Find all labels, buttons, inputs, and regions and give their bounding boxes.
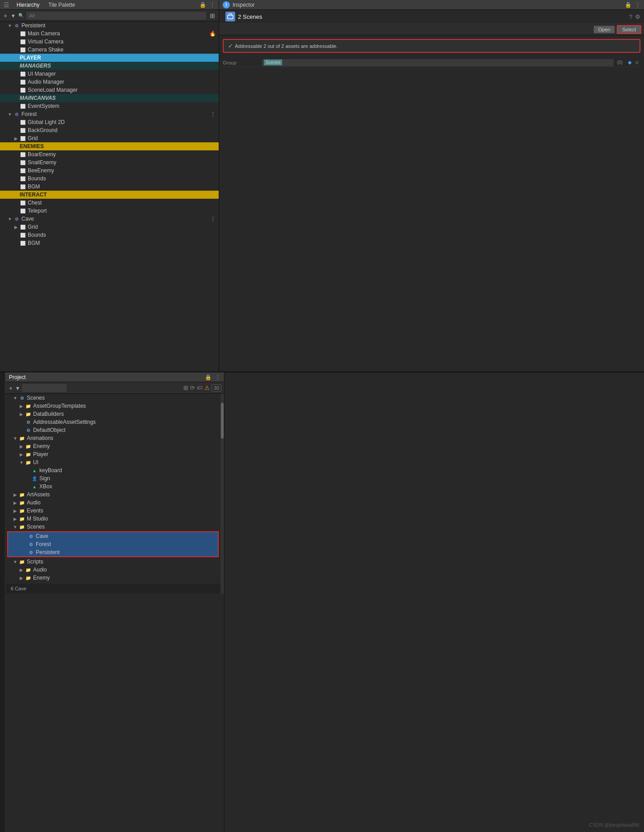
- project-item-scenes-top[interactable]: ▼ ⚙ Scenes: [5, 394, 220, 402]
- hierarchy-panel: ☰ Hierarchy Tile Palette 🔒 ⋮ + ▾ 🔍 ⊞ ▼ ⚙…: [0, 0, 219, 371]
- scroll-thumb[interactable]: [221, 403, 224, 439]
- project-search-input[interactable]: [22, 384, 67, 392]
- tree-item-camera-shake[interactable]: ⬜ Camera Shake: [0, 46, 219, 54]
- project-scrollbar[interactable]: [220, 394, 224, 593]
- tree-item-global-light[interactable]: ⬜ Global Light 2D: [0, 118, 219, 126]
- hierarchy-search-input[interactable]: [26, 12, 206, 20]
- project-item-data-builders[interactable]: ▶ 📁 DataBuilders: [5, 410, 220, 418]
- tree-item-persistent-scene[interactable]: ▼ ⚙ Persistent: [0, 21, 219, 30]
- project-tab-label[interactable]: Project: [9, 374, 25, 380]
- label-bgm-cave: BGM: [28, 240, 40, 246]
- project-item-scripts[interactable]: ▼ 📁 Scripts: [5, 558, 220, 566]
- tree-item-virtual-camera[interactable]: ⬜ Virtual Camera: [0, 38, 219, 46]
- inspector-title: 2 Scenes: [238, 13, 627, 20]
- options-icon[interactable]: ⊞: [209, 12, 216, 19]
- tree-item-bee-enemy[interactable]: ⬜ BeeEnemy: [0, 166, 219, 175]
- project-item-keyboard[interactable]: ▲ keyBoard: [5, 466, 220, 474]
- tree-item-bgm-cave[interactable]: ⬜ BGM: [0, 239, 219, 247]
- inspector-lock-icon[interactable]: 🔒: [625, 2, 631, 8]
- add-button[interactable]: +: [3, 12, 8, 19]
- project-item-addressable-settings[interactable]: ⚙ AddressableAssetSettings: [5, 418, 220, 426]
- project-item-audio[interactable]: ▶ 📁 Audio: [5, 499, 220, 507]
- project-item-xbox[interactable]: ▲ XBox: [5, 482, 220, 491]
- cave-more-icon[interactable]: ⋮: [210, 215, 216, 222]
- tree-item-bounds-forest[interactable]: ⬜ Bounds: [0, 175, 219, 183]
- project-item-art-assets[interactable]: ▶ 📁 ArtAssets: [5, 491, 220, 499]
- label-scenes-top: Scenes: [27, 395, 45, 401]
- watermark: CSDN @jiangdaxia886: [589, 822, 640, 828]
- dropdown-arrow[interactable]: ▾: [11, 12, 16, 19]
- label-persistent: Persistent: [21, 22, 45, 29]
- tree-item-boar-enemy[interactable]: ⬜ BoarEnemy: [0, 150, 219, 158]
- project-item-sign[interactable]: 👤 Sign: [5, 474, 220, 482]
- tree-item-cave-scene[interactable]: ▼ ⚙ Cave ⋮: [0, 215, 219, 223]
- arrow-persistent: ▼: [7, 23, 13, 28]
- arrow-forest: ▼: [7, 112, 13, 117]
- tree-item-teleport[interactable]: ⬜ Teleport: [0, 207, 219, 215]
- tree-item-background[interactable]: ⬜ BackGround: [0, 126, 219, 134]
- arrow-grid-forest: ▶: [13, 136, 19, 141]
- tree-item-snail-enemy[interactable]: ⬜ SnailEnemy: [0, 158, 219, 166]
- tree-item-grid-cave[interactable]: ▶ ⬜ Grid: [0, 223, 219, 231]
- diamond-icon: ◆: [628, 60, 631, 65]
- forest-more-icon[interactable]: ⋮: [210, 111, 216, 118]
- tree-item-eventsystem[interactable]: ⬜ EventSystem: [0, 102, 219, 110]
- project-lock-icon[interactable]: 🔒: [205, 374, 212, 380]
- scenes-tag: Scenes: [264, 60, 282, 65]
- warning-icon[interactable]: ⚠: [204, 384, 210, 391]
- help-icon[interactable]: ?: [629, 13, 632, 20]
- tab-tile-palette[interactable]: Tile Palette: [47, 2, 77, 8]
- project-item-player-anim[interactable]: ▶ 📁 Player: [5, 450, 220, 458]
- label-managers-section: MANAGERS: [20, 63, 51, 69]
- tree-item-bgm-forest[interactable]: ⬜ BGM: [0, 183, 219, 191]
- lock-icon[interactable]: 🔒: [199, 2, 206, 8]
- inspector-more-icon[interactable]: ⋮: [635, 2, 640, 8]
- project-item-enemy-anim[interactable]: ▶ 📁 Enemy: [5, 442, 220, 450]
- label-eventsystem: EventSystem: [28, 103, 59, 109]
- tree-item-grid-forest[interactable]: ▶ ⬜ Grid: [0, 134, 219, 142]
- project-item-enemy-scripts[interactable]: ▶ 📁 Enemy: [5, 574, 220, 582]
- tree-item-main-camera[interactable]: ⬜ Main Camera 🔥: [0, 30, 219, 38]
- project-item-events[interactable]: ▶ 📁 Events: [5, 507, 220, 515]
- tree-item-ui-manager[interactable]: ⬜ UI Manager: [0, 70, 219, 78]
- project-item-forest-proj[interactable]: ⚙ Forest: [8, 540, 218, 548]
- open-button[interactable]: Open: [593, 26, 615, 34]
- project-item-default-object[interactable]: ⚙ DefaultObject: [5, 426, 220, 434]
- label-animations: Animations: [27, 435, 53, 441]
- tree-item-bounds-cave[interactable]: ⬜ Bounds: [0, 231, 219, 239]
- arrow-cave: ▼: [7, 217, 13, 222]
- label-camera-shake: Camera Shake: [28, 47, 64, 53]
- label-asset-group-templates: AssetGroupTemplates: [33, 403, 86, 409]
- label-background: BackGround: [28, 127, 58, 133]
- project-item-animations[interactable]: ▼ 📁 Animations: [5, 434, 220, 442]
- tab-hierarchy[interactable]: Hierarchy: [15, 2, 41, 8]
- tree-item-forest-scene[interactable]: ▼ ⚙ Forest ⋮: [0, 110, 219, 118]
- tree-item-sceneload-manager[interactable]: ⬜ SceneLoad Manager: [0, 86, 219, 94]
- project-item-scenes-folder[interactable]: ▼ 📁 Scenes: [5, 523, 220, 531]
- project-item-ui-anim[interactable]: ▼ 📁 UI: [5, 458, 220, 466]
- tree-item-audio-manager[interactable]: ⬜ Audio Manager: [0, 78, 219, 86]
- project-add-button[interactable]: +: [8, 384, 13, 392]
- menu-icon[interactable]: ☰: [4, 1, 9, 9]
- project-item-cave[interactable]: ⚙ Cave: [8, 532, 218, 540]
- inspector-toolbar: Open Select: [219, 24, 644, 35]
- refresh-icon[interactable]: ⟳: [190, 384, 195, 391]
- more-options-icon[interactable]: ⋮: [210, 2, 215, 8]
- project-dropdown[interactable]: ▾: [15, 384, 20, 392]
- project-item-audio-scripts[interactable]: ▶ 📁 Audio: [5, 566, 220, 574]
- project-more-icon[interactable]: ⋮: [215, 374, 220, 380]
- arrow-scenes-top: ▼: [13, 396, 18, 401]
- settings-icon[interactable]: ⚙: [635, 13, 640, 20]
- grid-icon[interactable]: ⊞: [183, 384, 188, 391]
- project-content: ▼ ⚙ Scenes ▶ 📁 AssetGroupTemplates ▶ 📁 D…: [5, 394, 220, 593]
- project-item-asset-group-templates[interactable]: ▶ 📁 AssetGroupTemplates: [5, 402, 220, 410]
- field-group-value[interactable]: Scenes: [262, 59, 614, 66]
- project-item-m-studio[interactable]: ▶ 📁 M Studio: [5, 515, 220, 523]
- tree-item-chest[interactable]: ⬜ Chest: [0, 199, 219, 207]
- project-item-persistent-proj[interactable]: ⚙ Persistent: [8, 548, 218, 556]
- select-button[interactable]: Select: [617, 25, 641, 34]
- cave-status-text: 6 Cave: [11, 586, 26, 591]
- tag-icon[interactable]: 🏷: [197, 384, 203, 391]
- gameobj-icon-audio-manager: ⬜: [20, 79, 26, 85]
- arrow-audio-proj: ▶: [13, 500, 18, 505]
